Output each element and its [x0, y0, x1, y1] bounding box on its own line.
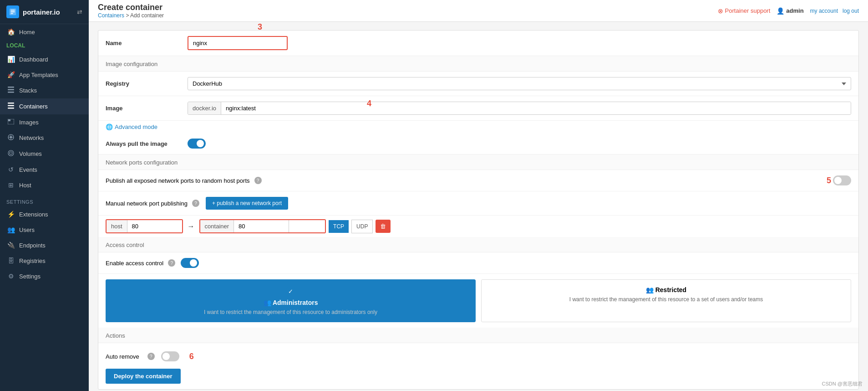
- image-input[interactable]: [221, 102, 851, 114]
- image-label: Image: [106, 105, 188, 112]
- registry-label: Registry: [106, 80, 188, 87]
- enable-access-row: Enable access control ?: [98, 252, 858, 274]
- sidebar-arrows-icon: ⇄: [77, 8, 82, 15]
- always-pull-toggle[interactable]: [188, 139, 206, 149]
- topbar-links: my account log out: [810, 8, 859, 14]
- log-out-link[interactable]: log out: [843, 8, 859, 14]
- actions-section: Auto remove ? 6 Deploy the container: [98, 343, 858, 389]
- sidebar-item-home[interactable]: 🏠 Home: [0, 24, 89, 40]
- admin-label: 👤 admin: [777, 7, 803, 15]
- svg-rect-1: [8, 87, 14, 88]
- container-port-range-input[interactable]: [289, 220, 325, 232]
- sidebar-logo-text: portainer.io: [23, 8, 60, 16]
- always-pull-label: Always pull the image: [106, 140, 188, 147]
- sidebar-item-registries[interactable]: 🗄 Registries: [0, 253, 89, 268]
- sidebar-item-dashboard[interactable]: 📊 Dashboard: [0, 51, 89, 67]
- image-config-label: Image configuration: [98, 56, 858, 72]
- access-control-label: Access control: [98, 237, 858, 252]
- sidebar-item-users-label: Users: [19, 226, 35, 233]
- restricted-access-card[interactable]: 👥 Restricted I want to restrict the mana…: [481, 279, 851, 322]
- sidebar-item-images[interactable]: Images: [0, 114, 89, 130]
- watermark: CSDN @害恶细君: [822, 381, 863, 387]
- svg-rect-8: [8, 119, 10, 121]
- sidebar-item-volumes[interactable]: Volumes: [0, 146, 89, 162]
- sidebar-item-stacks-label: Stacks: [19, 87, 37, 94]
- restricted-card-title: 👥 Restricted: [488, 286, 844, 293]
- enable-access-help-icon: ?: [168, 259, 175, 267]
- publish-ports-section: Publish all exposed network ports to ran…: [106, 177, 827, 184]
- sidebar-item-users[interactable]: 👥 Users: [0, 222, 89, 237]
- image-prefix: docker.io: [188, 102, 221, 114]
- container-port-input[interactable]: [234, 220, 289, 232]
- sidebar-item-endpoints-label: Endpoints: [19, 242, 46, 249]
- support-link[interactable]: ⊗ Portainer support: [718, 7, 771, 15]
- svg-rect-6: [8, 108, 14, 109]
- port-mapping-row: host → container TCP UDP 🗑: [98, 216, 858, 237]
- page-title: Create container: [98, 3, 164, 12]
- admin-text: admin: [786, 7, 803, 14]
- enable-access-section: Enable access control ?: [106, 259, 175, 267]
- admin-card-desc: I want to restrict the management of thi…: [112, 309, 469, 315]
- volumes-icon: [6, 150, 15, 158]
- sidebar-item-dashboard-label: Dashboard: [19, 56, 48, 63]
- admin-access-card[interactable]: ✓ 👥 Administrators I want to restrict th…: [106, 279, 476, 322]
- settings-icon: ⚙: [6, 273, 15, 280]
- udp-button[interactable]: UDP: [351, 220, 373, 233]
- host-icon: ⊞: [6, 181, 15, 189]
- manual-publish-label: Manual network port publishing: [106, 200, 188, 207]
- delete-port-button[interactable]: 🗑: [376, 220, 391, 233]
- svg-point-16: [10, 152, 12, 154]
- my-account-link[interactable]: my account: [810, 8, 838, 14]
- endpoints-icon: 🔌: [6, 242, 15, 249]
- admin-card-title: 👥 Administrators: [112, 299, 469, 306]
- host-port-input[interactable]: [127, 220, 182, 232]
- publish-ports-toggle[interactable]: [833, 175, 851, 185]
- advanced-mode-label: Advanced mode: [115, 123, 157, 130]
- admin-title-text: Administrators: [273, 299, 318, 306]
- users-icon: 👥: [6, 226, 15, 233]
- sidebar-item-host[interactable]: ⊞ Host: [0, 177, 89, 193]
- sidebar-item-endpoints[interactable]: 🔌 Endpoints: [0, 237, 89, 253]
- container-label: container: [200, 220, 234, 232]
- deploy-button[interactable]: Deploy the container: [106, 369, 181, 384]
- advanced-mode-link[interactable]: 🌐 Advanced mode: [98, 121, 858, 133]
- sidebar-item-settings[interactable]: ⚙ Settings: [0, 268, 89, 284]
- sidebar-item-extensions[interactable]: ⚡ Extensions: [0, 206, 89, 222]
- admin-icon: 👤: [777, 7, 784, 15]
- auto-remove-help-icon: ?: [147, 353, 155, 360]
- actions-label: Actions: [98, 328, 858, 343]
- manual-publish-section: Manual network port publishing ?: [106, 200, 199, 207]
- sidebar-item-containers[interactable]: Containers: [0, 98, 89, 114]
- breadcrumb: Containers > Add container: [98, 12, 164, 19]
- sidebar-item-app-templates[interactable]: 🚀 App Templates: [0, 67, 89, 82]
- sidebar: portainer.io ⇄ 🏠 Home LOCAL 📊 Dashboard …: [0, 0, 89, 391]
- svg-rect-2: [8, 89, 14, 91]
- registry-row: Registry DockerHub: [98, 72, 858, 96]
- sidebar-item-events[interactable]: ↺ Events: [0, 162, 89, 177]
- sidebar-item-extensions-label: Extensions: [19, 211, 48, 218]
- registry-select[interactable]: DockerHub: [188, 77, 851, 90]
- networks-icon: [6, 134, 15, 142]
- host-port-group: host: [106, 219, 183, 233]
- enable-access-toggle[interactable]: [181, 258, 199, 268]
- name-label: Name: [106, 40, 188, 46]
- sidebar-item-stacks[interactable]: Stacks: [0, 82, 89, 98]
- breadcrumb-separator: >: [126, 12, 129, 19]
- publish-new-port-button[interactable]: + publish a new network port: [206, 197, 288, 210]
- sidebar-item-networks-label: Networks: [19, 134, 44, 141]
- form-section: Name 3 Image configuration Registry Dock…: [98, 30, 859, 390]
- name-input[interactable]: [188, 36, 288, 50]
- breadcrumb-containers-link[interactable]: Containers: [98, 12, 124, 19]
- annotation-3: 3: [258, 22, 262, 32]
- svg-rect-5: [8, 105, 14, 107]
- auto-remove-toggle[interactable]: [161, 351, 179, 361]
- restricted-title-text: Restricted: [655, 286, 686, 293]
- sidebar-item-home-label: Home: [19, 29, 35, 36]
- portainer-logo-icon: [6, 5, 19, 18]
- app-templates-icon: 🚀: [6, 71, 15, 78]
- containers-icon: [6, 103, 15, 110]
- admin-card-header: ✓: [112, 286, 469, 296]
- breadcrumb-current: Add container: [130, 12, 164, 19]
- sidebar-item-networks[interactable]: Networks: [0, 130, 89, 146]
- tcp-button[interactable]: TCP: [329, 220, 349, 233]
